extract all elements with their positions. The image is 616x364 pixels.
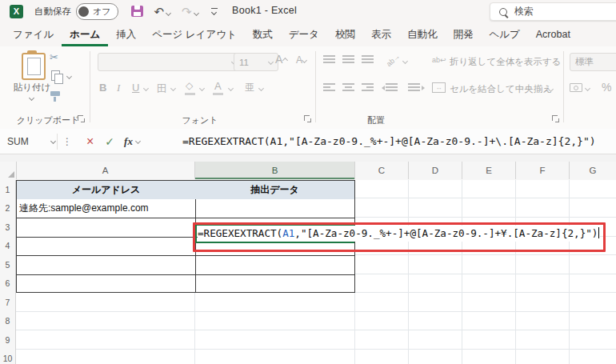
row-header-4[interactable]: 4	[0, 237, 16, 257]
row-header-10[interactable]: 10	[0, 350, 16, 364]
alignment-group-label: 配置	[336, 114, 416, 126]
orientation-chevron-icon[interactable]	[402, 58, 408, 64]
bold-button[interactable]: B	[99, 82, 106, 94]
row-header-9[interactable]: 9	[0, 330, 16, 350]
row-header-1[interactable]: 1	[0, 180, 16, 200]
merge-center-button[interactable]: セルを結合して中央揃え	[450, 83, 552, 95]
cancel-button[interactable]: ×	[86, 135, 94, 148]
ribbon-tab-row: ファイル ホーム 挿入 ページ レイアウト 数式 データ 校閲 表示 自動化 開…	[0, 22, 616, 46]
autosave-toggle[interactable]: オフ	[76, 3, 118, 20]
align-center-button[interactable]	[342, 83, 354, 91]
wrap-text-button[interactable]: 折り返して全体を表示する	[450, 56, 562, 68]
tab-insert[interactable]: 挿入	[108, 22, 144, 46]
font-name-combo[interactable]	[98, 53, 242, 71]
row-header-7[interactable]: 7	[0, 293, 16, 313]
redo-button[interactable]: ↷	[182, 6, 198, 18]
italic-button[interactable]: I	[117, 82, 120, 94]
drag-handle-icon[interactable]: ⋮	[62, 136, 72, 147]
quick-access-options-button[interactable]	[211, 8, 218, 15]
align-middle-button[interactable]	[342, 55, 354, 63]
phonetic-guide-button[interactable]: 亜	[245, 81, 254, 94]
insert-function-button[interactable]: fx	[124, 135, 133, 148]
font-color-button[interactable]: A	[214, 80, 222, 92]
formula-input[interactable]: =REGEXEXTRACT(A1,"[A-Za-z0-9._%+-]+@[A-Z…	[182, 129, 596, 154]
borders-chevron-icon[interactable]	[170, 86, 176, 91]
row-header-3[interactable]: 3	[0, 218, 16, 238]
select-all-corner[interactable]	[0, 162, 17, 179]
shrink-font-button[interactable]: A	[296, 54, 306, 66]
column-header-d[interactable]: D	[409, 162, 462, 179]
font-dialog-launcher[interactable]	[304, 115, 311, 122]
phonetic-chevron-icon[interactable]	[258, 86, 264, 91]
search-box[interactable]: 検索	[490, 2, 616, 21]
copy-button[interactable]	[51, 70, 60, 81]
align-left-button[interactable]	[323, 83, 335, 91]
orientation-button[interactable]: ab→	[385, 52, 402, 68]
tab-file[interactable]: ファイル	[5, 22, 62, 46]
borders-grid-icon: 田	[157, 82, 167, 94]
fill-color-button[interactable]: ◇	[186, 80, 193, 91]
borders-button[interactable]: 田	[157, 82, 167, 96]
column-header-c[interactable]: C	[355, 162, 409, 179]
cut-button[interactable]: ✂	[50, 51, 58, 63]
column-header-f[interactable]: F	[516, 162, 570, 179]
underline-chevron-icon[interactable]	[143, 86, 149, 91]
enter-button[interactable]: ✓	[105, 135, 114, 148]
undo-button[interactable]: ↶	[154, 6, 171, 18]
gridline	[515, 180, 516, 364]
column-header-a[interactable]: A	[16, 162, 195, 179]
formula-bar-chevron-icon[interactable]	[135, 138, 141, 144]
letter-a-icon: A	[214, 80, 222, 92]
tab-home[interactable]: ホーム	[62, 22, 108, 46]
alignment-dialog-launcher[interactable]	[552, 115, 559, 122]
row-header-2[interactable]: 2	[0, 199, 16, 219]
copy-chevron-icon[interactable]	[66, 74, 72, 79]
tab-data[interactable]: データ	[281, 22, 327, 46]
grow-font-button[interactable]: A	[275, 53, 287, 66]
chevron-down-icon	[50, 138, 56, 144]
underline-button[interactable]: U	[132, 82, 139, 94]
percent-style-button[interactable]: %	[602, 81, 611, 94]
font-size-combo[interactable]: 11	[234, 53, 278, 71]
paste-page-icon	[27, 58, 41, 75]
tab-page-layout[interactable]: ページ レイアウト	[144, 22, 245, 46]
chevron-down-icon	[302, 58, 307, 63]
tab-developer[interactable]: 開発	[445, 22, 481, 46]
autosave-state: オフ	[93, 6, 111, 18]
row-header-8[interactable]: 8	[0, 312, 16, 332]
accounting-format-icon[interactable]	[570, 83, 582, 92]
cell-a1[interactable]: メールアドレス	[17, 181, 195, 199]
name-box[interactable]: SUM	[0, 136, 57, 147]
fill-color-chevron-icon[interactable]	[199, 86, 205, 91]
cell-a2[interactable]: 連絡先:sample@example.com	[17, 200, 198, 218]
row-header-5[interactable]: 5	[0, 255, 16, 275]
align-right-button[interactable]	[362, 83, 374, 91]
align-bottom-button[interactable]	[362, 55, 374, 63]
font-color-chevron-icon[interactable]	[228, 86, 234, 91]
column-headers: A B C D E F G	[0, 162, 616, 181]
format-painter-button[interactable]	[50, 91, 60, 96]
cell-b1[interactable]: 抽出データ	[195, 181, 354, 199]
accounting-chevron-icon[interactable]	[585, 86, 590, 91]
grid-body[interactable]: 1 2 3 4 5 6 7 8 9 10 メールアドレス 抽出データ 連絡先:s…	[0, 180, 616, 364]
tab-review[interactable]: 校閲	[327, 22, 363, 46]
column-header-e[interactable]: E	[462, 162, 516, 179]
name-box-value: SUM	[7, 136, 29, 147]
align-top-button[interactable]	[323, 55, 335, 63]
tab-formulas[interactable]: 数式	[245, 22, 281, 46]
column-header-b[interactable]: B	[195, 162, 355, 179]
tab-acrobat[interactable]: Acrobat	[528, 22, 578, 46]
tab-view[interactable]: 表示	[363, 22, 399, 46]
number-format-combo[interactable]: 標準	[570, 53, 616, 71]
decrease-indent-button[interactable]	[386, 83, 398, 91]
increase-indent-button[interactable]	[408, 83, 420, 91]
table-header-row: メールアドレス 抽出データ	[17, 181, 354, 199]
worksheet: A B C D E F G 1 2 3 4 5 6 7 8 9 10 メールアド…	[0, 154, 616, 364]
row-header-6[interactable]: 6	[0, 274, 16, 294]
save-icon[interactable]	[131, 6, 143, 17]
clipboard-dialog-launcher[interactable]	[78, 115, 85, 122]
tab-automate[interactable]: 自動化	[399, 22, 446, 46]
column-header-g[interactable]: G	[570, 162, 616, 179]
tab-help[interactable]: ヘルプ	[481, 22, 527, 46]
fill-color-bar-icon	[185, 93, 195, 95]
